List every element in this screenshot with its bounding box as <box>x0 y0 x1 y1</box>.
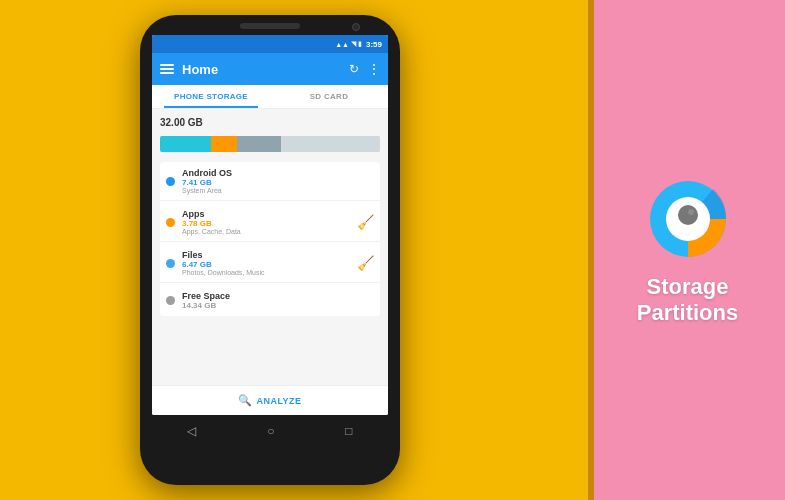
broom-icon: 🧹 <box>357 214 374 230</box>
item-name: Free Space <box>182 291 374 301</box>
status-time: 3:59 <box>366 40 382 49</box>
phone-screen: ▲▲ ◥ ▮ 3:59 Home ↻ ⋮ PHONE STORAGE <box>152 35 388 415</box>
item-name: Files <box>182 250 357 260</box>
recents-button[interactable]: □ <box>345 424 352 438</box>
item-dot-apps <box>166 218 175 227</box>
bar-files <box>237 136 281 152</box>
item-dot-android <box>166 177 175 186</box>
item-dot-free <box>166 296 175 305</box>
storage-bar <box>160 136 380 152</box>
bar-free <box>281 136 380 152</box>
list-item[interactable]: Android OS 7.41 GB System Area <box>160 162 380 201</box>
wifi-icon: ◥ <box>351 40 356 48</box>
screen-content: 32.00 GB Android OS 7.41 GB <box>152 109 388 385</box>
list-item[interactable]: Apps 3.78 GB Apps, Cache, Data 🧹 <box>160 203 380 242</box>
item-desc: Apps, Cache, Data <box>182 228 357 235</box>
item-desc: System Area <box>182 187 374 194</box>
analyze-button[interactable]: 🔍 ANALYZE <box>152 385 388 415</box>
item-dot-files <box>166 259 175 268</box>
item-info-files: Files 6.47 GB Photos, Downloads, Music <box>182 250 357 276</box>
storage-items-list: Android OS 7.41 GB System Area Apps 3.78… <box>160 162 380 316</box>
analyze-label: ANALYZE <box>256 396 301 406</box>
analyze-icon: 🔍 <box>238 394 252 407</box>
item-info-android: Android OS 7.41 GB System Area <box>182 168 374 194</box>
storage-total: 32.00 GB <box>160 117 380 128</box>
bar-android <box>160 136 211 152</box>
item-size: 3.78 GB <box>182 219 357 228</box>
tab-sd-card[interactable]: SD CARD <box>270 85 388 108</box>
item-desc: Photos, Downloads, Music <box>182 269 357 276</box>
svg-point-2 <box>678 205 698 225</box>
tab-phone-storage[interactable]: PHONE STORAGE <box>152 85 270 108</box>
refresh-icon[interactable]: ↻ <box>349 62 359 76</box>
phone-mockup: ▲▲ ◥ ▮ 3:59 Home ↻ ⋮ PHONE STORAGE <box>130 10 410 490</box>
phone-speaker <box>240 23 300 29</box>
status-icons: ▲▲ ◥ ▮ <box>335 40 362 48</box>
list-item[interactable]: Free Space 14.34 GB <box>160 285 380 316</box>
back-button[interactable]: ◁ <box>187 424 196 438</box>
item-info-apps: Apps 3.78 GB Apps, Cache, Data <box>182 209 357 235</box>
app-title: Home <box>182 62 341 77</box>
item-name: Android OS <box>182 168 374 178</box>
app-name: Storage Partitions <box>637 274 738 327</box>
item-name: Apps <box>182 209 357 219</box>
menu-icon[interactable] <box>160 64 174 74</box>
battery-icon: ▮ <box>358 40 362 48</box>
phone-camera <box>352 23 360 31</box>
bar-apps <box>211 136 237 152</box>
list-item[interactable]: Files 6.47 GB Photos, Downloads, Music 🧹 <box>160 244 380 283</box>
signal-icon: ▲▲ <box>335 41 349 48</box>
status-bar: ▲▲ ◥ ▮ 3:59 <box>152 35 388 53</box>
phone-body: ▲▲ ◥ ▮ 3:59 Home ↻ ⋮ PHONE STORAGE <box>140 15 400 485</box>
app-bar: Home ↻ ⋮ <box>152 53 388 85</box>
logo-svg <box>643 174 733 264</box>
item-info-free: Free Space 14.34 GB <box>182 291 374 310</box>
more-icon[interactable]: ⋮ <box>367 61 380 77</box>
home-button[interactable]: ○ <box>267 424 274 438</box>
item-size: 7.41 GB <box>182 178 374 187</box>
right-panel: Storage Partitions <box>590 0 785 500</box>
phone-top-bar <box>140 15 400 35</box>
phone-nav-bar: ◁ ○ □ <box>152 415 388 447</box>
broom-icon-files: 🧹 <box>357 255 374 271</box>
tab-bar: PHONE STORAGE SD CARD <box>152 85 388 109</box>
item-size: 6.47 GB <box>182 260 357 269</box>
app-logo <box>643 174 733 264</box>
item-size: 14.34 GB <box>182 301 374 310</box>
svg-point-3 <box>688 209 694 215</box>
